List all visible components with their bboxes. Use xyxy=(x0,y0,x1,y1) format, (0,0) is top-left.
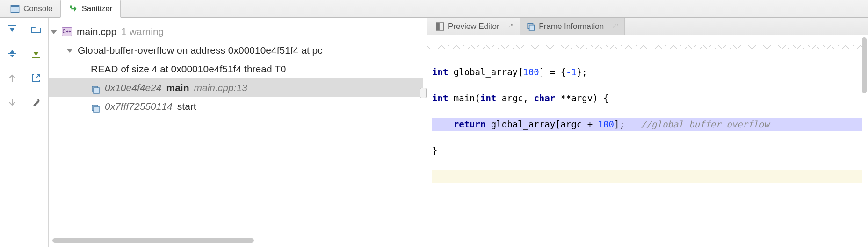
preview-editor-icon xyxy=(436,22,444,31)
editor-vertical-scrollbar[interactable] xyxy=(861,35,868,247)
settings-wrench-icon[interactable] xyxy=(29,95,43,109)
console-icon xyxy=(10,4,20,14)
svg-rect-19 xyxy=(94,106,99,112)
code-preview: int global_array[100] = {-1}; int main(i… xyxy=(427,35,868,247)
subtab-frame-label: Frame Information xyxy=(539,22,604,31)
fold-indicator xyxy=(427,44,868,49)
code-line: int main(int argc, char **argv) { xyxy=(432,92,862,105)
nav-down-icon[interactable] xyxy=(5,95,19,109)
tab-sanitizer[interactable]: Sanitizer xyxy=(60,0,120,18)
frame-function: start xyxy=(177,99,196,114)
code-line: } xyxy=(432,144,862,157)
split-icon[interactable] xyxy=(5,47,19,61)
subtab-preview-editor[interactable]: Preview Editor →" xyxy=(429,18,520,35)
stackframe-icon xyxy=(91,83,100,92)
svg-marker-6 xyxy=(9,28,15,32)
tree-read-text: READ of size 4 at 0x00010e4f51f4 thread … xyxy=(91,61,286,77)
cpp-file-icon: C++ xyxy=(62,27,72,36)
code-line xyxy=(432,170,862,183)
subtab-frame-info[interactable]: Frame Information →" xyxy=(520,18,625,35)
svg-marker-8 xyxy=(10,50,14,53)
code-line-highlight: return global_array[argc + 100]; //globa… xyxy=(432,118,862,131)
tree-file-row[interactable]: C++ main.cpp 1 warning xyxy=(49,22,423,41)
tab-sanitizer-label: Sanitizer xyxy=(81,4,112,14)
open-external-icon[interactable] xyxy=(29,71,43,85)
tab-console-label: Console xyxy=(23,4,52,14)
svg-line-15 xyxy=(36,74,40,78)
frame-info-icon xyxy=(527,22,535,31)
subtab-preview-label: Preview Editor xyxy=(448,22,499,31)
sanitizer-icon xyxy=(68,4,78,14)
frame-address: 0x7fff72550114 xyxy=(105,99,173,114)
issue-tree-panel: C++ main.cpp 1 warning Global-buffer-ove… xyxy=(49,18,423,247)
tree-horizontal-scrollbar[interactable] xyxy=(52,237,419,244)
right-subtabs: Preview Editor →" Frame Information →" xyxy=(427,18,868,35)
pin-icon: →" xyxy=(609,23,618,30)
tree-file-warning: 1 warning xyxy=(121,24,164,40)
collapse-down-icon[interactable] xyxy=(5,22,19,36)
top-tabstrip: Console Sanitizer xyxy=(0,0,868,18)
svg-rect-17 xyxy=(94,88,99,93)
left-toolbar xyxy=(0,18,49,247)
chevron-down-icon xyxy=(66,49,73,53)
svg-marker-3 xyxy=(74,6,77,12)
folder-icon[interactable] xyxy=(29,22,43,36)
svg-rect-23 xyxy=(529,25,535,30)
svg-marker-2 xyxy=(70,6,72,8)
tree-frame-row[interactable]: 0x7fff72550114 start xyxy=(49,97,423,116)
tree-error-row[interactable]: Global-buffer-overflow on address 0x0001… xyxy=(49,41,423,60)
code-line: int global_array[100] = {-1}; xyxy=(432,65,862,78)
svg-rect-1 xyxy=(11,5,19,7)
stackframe-icon xyxy=(91,102,100,111)
frame-function: main xyxy=(166,80,189,96)
svg-marker-9 xyxy=(10,55,14,57)
tree-error-text: Global-buffer-overflow on address 0x0001… xyxy=(78,42,323,58)
tree-read-row[interactable]: READ of size 4 at 0x00010e4f51f4 thread … xyxy=(49,60,423,78)
svg-rect-21 xyxy=(436,23,440,30)
pin-icon: →" xyxy=(505,23,514,30)
frame-address: 0x10e4f4e24 xyxy=(105,80,161,96)
svg-marker-13 xyxy=(33,52,39,56)
nav-up-icon[interactable] xyxy=(5,71,19,85)
export-down-icon[interactable] xyxy=(29,47,43,61)
frame-location: main.cpp:13 xyxy=(194,80,247,96)
tree-file-name: main.cpp xyxy=(77,24,116,40)
vertical-splitter[interactable] xyxy=(423,18,427,247)
tree-frame-row[interactable]: 0x10e4f4e24 main main.cpp:13 xyxy=(49,78,423,97)
chevron-down-icon xyxy=(51,30,57,34)
svg-rect-4 xyxy=(72,8,74,10)
tab-console[interactable]: Console xyxy=(3,0,60,17)
